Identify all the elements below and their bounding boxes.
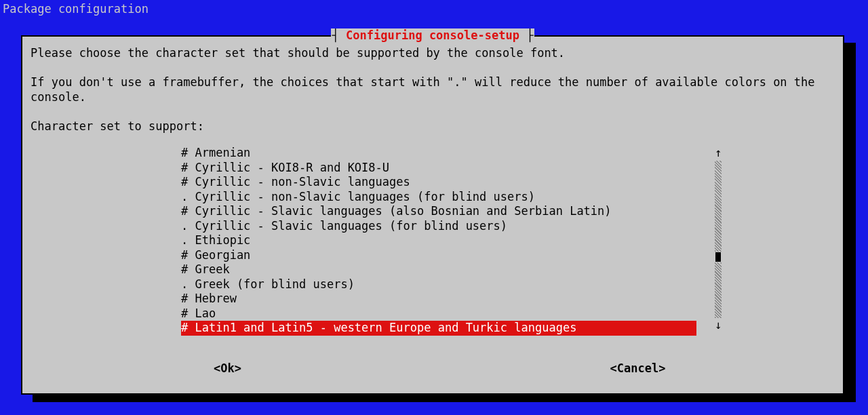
header-title: Package configuration <box>3 2 149 16</box>
app-header: Package configuration <box>0 0 868 17</box>
ok-button[interactable]: <Ok> <box>22 361 433 376</box>
list-item[interactable]: # Armenian <box>181 146 696 161</box>
list-item[interactable]: # Georgian <box>181 248 696 263</box>
prompt-line-1: Please choose the character set that sho… <box>31 46 835 61</box>
list-item[interactable]: # Cyrillic - Slavic languages (also Bosn… <box>181 204 696 219</box>
charset-list[interactable]: # Armenian# Cyrillic - KOI8-R and KOI8-U… <box>181 146 696 336</box>
scroll-track-lower[interactable] <box>715 262 722 318</box>
list-item[interactable]: # Hebrew <box>181 292 696 307</box>
list-item[interactable]: . Cyrillic - Slavic languages (for blind… <box>181 219 696 234</box>
dialog-title-wrap: Configuring console-setup <box>22 28 843 43</box>
list-item[interactable]: . Cyrillic - non-Slavic languages (for b… <box>181 190 696 205</box>
dialog-title: Configuring console-setup <box>331 28 535 43</box>
list-item[interactable]: # Lao <box>181 307 696 321</box>
list-item[interactable]: # Latin1 and Latin5 - western Europe and… <box>181 321 696 336</box>
list-item[interactable]: . Ethiopic <box>181 233 696 248</box>
spacer <box>31 61 835 76</box>
list-item[interactable]: # Greek <box>181 262 696 277</box>
scroll-track-upper[interactable] <box>715 161 722 252</box>
list-item[interactable]: # Cyrillic - KOI8-R and KOI8-U <box>181 161 696 176</box>
dialog-content: Please choose the character set that sho… <box>22 37 843 134</box>
config-dialog: Configuring console-setup Please choose … <box>21 35 844 395</box>
list-item[interactable]: # Cyrillic - non-Slavic languages <box>181 175 696 190</box>
scroll-down-icon[interactable]: ↓ <box>714 318 722 333</box>
scroll-thumb[interactable] <box>715 252 721 262</box>
scrollbar[interactable]: ↑ ↓ <box>714 146 722 332</box>
cancel-button[interactable]: <Cancel> <box>433 361 843 376</box>
scroll-up-icon[interactable]: ↑ <box>714 146 722 161</box>
spacer <box>31 104 835 119</box>
list-item[interactable]: . Greek (for blind users) <box>181 277 696 292</box>
button-row: <Ok> <Cancel> <box>22 361 843 376</box>
prompt-line-2: If you don't use a framebuffer, the choi… <box>31 75 835 104</box>
prompt-label: Character set to support: <box>31 119 835 134</box>
